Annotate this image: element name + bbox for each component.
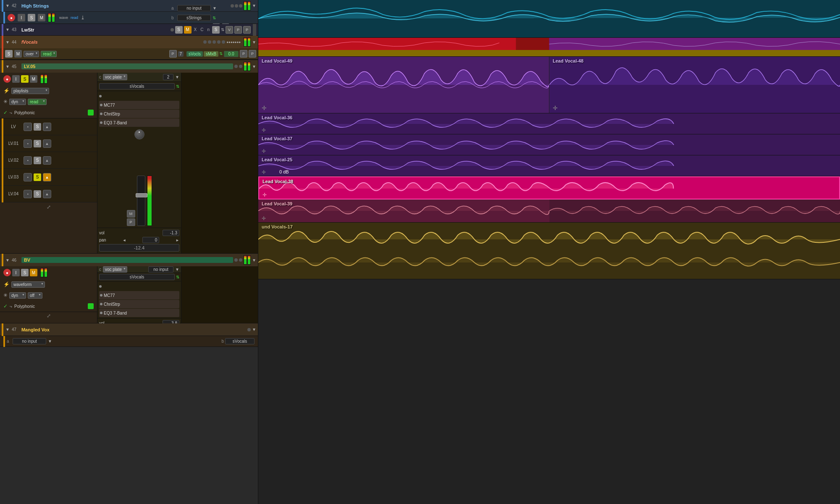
- track-45-out-dropdown[interactable]: ▼: [175, 75, 179, 79]
- track-44-pp2-btn[interactable]: P: [249, 50, 256, 58]
- track-46-voc-plate-dropdown[interactable]: voc plate: [103, 266, 127, 273]
- track-46-output-display[interactable]: no input: [148, 266, 173, 273]
- track-44-s-btn[interactable]: S: [5, 50, 13, 58]
- track-45-voc-plate-dropdown[interactable]: voc plate: [103, 74, 127, 80]
- track-44-dot4[interactable]: [217, 40, 220, 44]
- track-45-rec-btn[interactable]: ●: [3, 75, 11, 83]
- track-46-m-btn[interactable]: M: [30, 269, 37, 276]
- track-43-p2-btn[interactable]: P: [243, 26, 251, 34]
- track-46-dot1[interactable]: [234, 258, 238, 262]
- track-43-v-btn[interactable]: V: [226, 26, 233, 34]
- track-45-i-btn[interactable]: I: [12, 75, 20, 83]
- track-44-m-btn[interactable]: M: [14, 50, 22, 58]
- sub-track-lv03-up[interactable]: ▲: [43, 173, 51, 181]
- track-46-plugin-chnlstrp[interactable]: ChnlStrp: [99, 300, 179, 308]
- track-43-m-btn[interactable]: M: [184, 26, 192, 34]
- track-43-dot[interactable]: [171, 28, 174, 32]
- track-45-collapse-arrow[interactable]: ▼: [5, 64, 10, 69]
- track-46-bottom-icon[interactable]: ⤢: [47, 313, 51, 319]
- track-42-i-btn[interactable]: I: [18, 14, 25, 21]
- sub-track-lv02-up[interactable]: ▲: [43, 156, 51, 165]
- track-44-read-dropdown[interactable]: read: [41, 51, 57, 57]
- track-42-send-b-arrow[interactable]: ⇅: [213, 16, 216, 20]
- track-46-dot2[interactable]: [239, 258, 242, 262]
- track-45-m-fader-btn[interactable]: M: [127, 210, 135, 218]
- track-45-dyn-dropdown[interactable]: dyn: [9, 99, 26, 105]
- track-45-read-dropdown[interactable]: read: [28, 99, 47, 105]
- sub-track-lv-up[interactable]: ▲: [43, 123, 51, 131]
- track-47-dropdown[interactable]: ▼: [252, 327, 256, 332]
- track-45-dot2[interactable]: [239, 65, 242, 68]
- track-44-pp1-btn[interactable]: P: [240, 50, 247, 58]
- track-45-fader-track[interactable]: [137, 176, 145, 226]
- track-44-smxb-badge[interactable]: sMxB: [204, 51, 218, 57]
- track-44-dropdown[interactable]: ▼: [252, 40, 256, 45]
- sub-track-lv03-s[interactable]: S: [34, 173, 41, 181]
- wf-lead-vocal-38[interactable]: Lead Vocal-38 ✛: [258, 176, 840, 200]
- track-46-svocals-display[interactable]: sVocals: [99, 274, 175, 280]
- track-47-dot1[interactable]: [247, 328, 251, 331]
- track-44-dot1[interactable]: [203, 40, 207, 44]
- track-47-input-b[interactable]: sVocals: [225, 338, 255, 344]
- track-43-s2-btn[interactable]: S: [212, 26, 220, 34]
- track-45-p-fader-btn[interactable]: P: [127, 218, 135, 226]
- sub-track-lv04-up[interactable]: ▲: [43, 190, 51, 198]
- track-45-knob[interactable]: [134, 129, 144, 139]
- track-47-input-a[interactable]: no input: [13, 338, 46, 344]
- sub-track-lv-s[interactable]: S: [34, 123, 41, 131]
- track-45-output-display[interactable]: 2: [163, 74, 173, 80]
- track-42-m-btn[interactable]: M: [38, 14, 45, 21]
- track-45-plugin-chnlstrp[interactable]: ChnlStrp: [99, 110, 179, 118]
- track-44-svocls-badge[interactable]: sVocls: [186, 51, 203, 57]
- track-43-p1-btn[interactable]: P: [234, 26, 242, 34]
- track-46-out-dropdown[interactable]: ▼: [175, 267, 179, 272]
- track-45-svocals-display[interactable]: sVocals: [99, 83, 175, 89]
- track-44-over-dropdown[interactable]: over: [24, 51, 39, 57]
- track-44-p1-btn[interactable]: P: [169, 50, 177, 58]
- track-45-expand-icon[interactable]: ⤢: [0, 202, 97, 212]
- track-45-fader-thumb[interactable]: [136, 193, 147, 197]
- track-45-m-btn[interactable]: M: [30, 75, 37, 83]
- sub-track-lv02-sq[interactable]: ▪: [24, 156, 32, 165]
- track-42-input-b[interactable]: sStrings: [177, 15, 211, 21]
- track-46-i-btn[interactable]: I: [12, 269, 20, 276]
- track-47-collapse-arrow[interactable]: ▼: [5, 327, 10, 332]
- track-46-s-btn[interactable]: S: [21, 269, 29, 276]
- track-42-s-btn[interactable]: S: [28, 14, 35, 21]
- sub-track-lv02-name: LV.02: [5, 158, 22, 163]
- track-45-plugin-eq3[interactable]: EQ3 7-Band: [99, 118, 179, 127]
- sub-track-lv01-s[interactable]: S: [34, 140, 41, 147]
- track-43-s-btn[interactable]: S: [175, 26, 183, 34]
- sub-track-lv01-up[interactable]: ▲: [43, 139, 51, 148]
- sub-track-lv03-sq[interactable]: ▪: [24, 173, 32, 181]
- track-45-dropdown[interactable]: ▼: [252, 64, 256, 69]
- track-45-playlists-dropdown[interactable]: playlists: [11, 88, 49, 94]
- track-43-collapse-arrow[interactable]: ▼: [5, 27, 10, 32]
- sub-track-lv01-sq[interactable]: ▪: [24, 139, 32, 148]
- sub-track-lv04-sq[interactable]: ▪: [24, 190, 32, 198]
- track-42-input-a[interactable]: no input: [177, 5, 211, 11]
- track-45-dot1[interactable]: [234, 65, 238, 68]
- track-47-dropdown2[interactable]: ▼: [48, 339, 52, 344]
- track-42-collapse-arrow[interactable]: ▼: [5, 3, 10, 8]
- track-46-collapse-arrow[interactable]: ▼: [5, 258, 10, 262]
- track-46-dyn-dropdown[interactable]: dyn: [9, 292, 26, 299]
- track-44-collapse-arrow[interactable]: ▼: [5, 40, 10, 45]
- sub-track-lv04-s[interactable]: S: [34, 190, 41, 198]
- track-46-waveform-dropdown[interactable]: waveform: [11, 281, 45, 288]
- track-46-plugin-mc77[interactable]: MC77: [99, 291, 179, 299]
- track-42-rec-btn[interactable]: ●: [8, 14, 15, 21]
- track-44-dot5[interactable]: [222, 40, 225, 44]
- sub-track-lv-sq[interactable]: ▪: [24, 123, 32, 131]
- track-46-plugin-eq3[interactable]: EQ3 7-Band: [99, 309, 179, 317]
- track-43-scrollbar[interactable]: [253, 24, 256, 36]
- track-44-dots-more: ●●●●●●●: [226, 40, 241, 44]
- track-44-dot2[interactable]: [208, 40, 211, 44]
- track-46-dropdown[interactable]: ▼: [252, 258, 256, 262]
- track-45-plugin-mc77[interactable]: MC77: [99, 101, 179, 109]
- sub-track-lv02-s[interactable]: S: [34, 157, 41, 164]
- track-46-rec-btn[interactable]: ●: [3, 269, 11, 276]
- track-45-s-btn[interactable]: S: [21, 75, 29, 83]
- track-44-dot3[interactable]: [213, 40, 216, 44]
- track-46-off-dropdown[interactable]: off: [28, 292, 42, 299]
